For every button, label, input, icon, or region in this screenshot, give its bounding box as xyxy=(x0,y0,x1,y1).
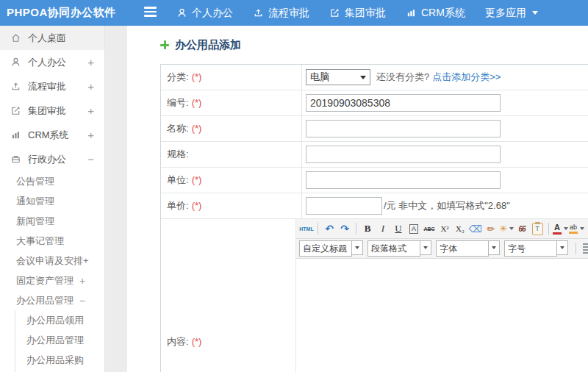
price-input[interactable] xyxy=(306,197,382,215)
sidebar-item-notice-mgmt[interactable]: 通知管理 xyxy=(0,191,104,211)
undo-button[interactable]: ↶ xyxy=(322,221,337,236)
user-icon xyxy=(10,57,21,68)
caret-down-icon xyxy=(489,240,500,255)
price-label: 单价:(*) xyxy=(161,199,301,212)
editor-content-area[interactable] xyxy=(296,259,588,372)
sidebar: 个人桌面 个人办公 + 流程审批 + 集团审批 + CRM系统 + xyxy=(0,26,105,372)
category-select-value: 电脑 xyxy=(310,71,329,84)
page-title: 办公用品添加 xyxy=(175,38,241,52)
nav-label: 集团审批 xyxy=(345,7,386,20)
bold-button[interactable]: B xyxy=(360,221,375,236)
eraser-button[interactable]: ⌫ xyxy=(468,221,483,236)
caret-down-icon xyxy=(509,227,514,230)
caret-down-icon xyxy=(564,227,568,230)
format-painter-icon: ✳ xyxy=(499,223,506,234)
spec-input[interactable] xyxy=(306,146,501,163)
caret-down-icon xyxy=(557,240,568,255)
char-border-button[interactable]: A xyxy=(406,221,421,236)
paste-text-button[interactable]: T xyxy=(530,221,545,236)
topbar: PHPOA协同办公软件 个人办公 流程审批 集团审批 CRM系统 更多应用 xyxy=(0,0,588,26)
custom-heading-dropdown[interactable]: 自定义标题 xyxy=(299,240,363,257)
nav-group-approval[interactable]: 集团审批 xyxy=(329,7,386,20)
collapse-minus-icon[interactable]: − xyxy=(87,153,94,165)
strikethrough-button[interactable]: ABC xyxy=(422,221,437,236)
caret-down-icon xyxy=(420,240,431,255)
name-input[interactable] xyxy=(306,120,501,137)
format-painter-button[interactable]: ✳ xyxy=(499,221,514,236)
sidebar-item-personal-office[interactable]: 个人办公 + xyxy=(0,50,104,74)
chart-icon xyxy=(406,7,417,18)
nav-more-apps[interactable]: 更多应用 xyxy=(485,7,538,20)
sidebar-item-meeting-mgmt[interactable]: 会议申请及安排+ xyxy=(0,251,104,271)
sidebar-item-label: 通知管理 xyxy=(16,195,54,208)
sidebar-item-admin-office[interactable]: 行政办公 − xyxy=(0,147,104,171)
sidebar-item-label: 个人办公 xyxy=(28,56,66,69)
expand-plus-icon[interactable]: + xyxy=(87,104,94,117)
underline-button[interactable]: U xyxy=(391,221,406,236)
nav-label: CRM系统 xyxy=(421,7,465,20)
sidebar-item-office-supplies-mgmt[interactable]: 办公用品管理 − xyxy=(0,290,104,310)
sidebar-submenu: 办公用品领用 办公用品管理 办公用品采购 xyxy=(15,310,104,372)
category-select[interactable]: 电脑 xyxy=(306,69,370,85)
sidebar-item-supplies-manage[interactable]: 办公用品管理 xyxy=(15,330,104,350)
sidebar-item-label: 会议申请及安排+ xyxy=(16,254,89,268)
required-mark: (*) xyxy=(192,174,202,185)
sidebar-item-crm-system[interactable]: CRM系统 + xyxy=(0,123,104,147)
required-mark: (*) xyxy=(192,336,202,347)
clean-format-button[interactable]: ✏ xyxy=(484,221,498,236)
add-category-link[interactable]: 点击添加分类>> xyxy=(432,71,501,84)
number-input[interactable] xyxy=(306,94,501,112)
sidebar-item-label: 办公用品采购 xyxy=(26,354,84,367)
sidebar-item-news-mgmt[interactable]: 新闻管理 xyxy=(0,211,104,231)
expand-plus-icon[interactable]: + xyxy=(87,80,94,93)
sidebar-item-label: CRM系统 xyxy=(28,129,69,142)
superscript-button[interactable]: X² xyxy=(437,221,452,236)
flow-icon xyxy=(253,7,264,18)
app-logo: PHPOA协同办公软件 xyxy=(7,6,116,20)
collapse-minus-icon[interactable]: − xyxy=(79,295,85,307)
nav-workflow-approval[interactable]: 流程审批 xyxy=(253,7,309,20)
sidebar-item-personal-desktop[interactable]: 个人桌面 xyxy=(0,26,104,50)
add-plus-icon xyxy=(160,40,169,49)
html-source-button[interactable]: HTML xyxy=(299,221,314,236)
redo-button[interactable]: ↷ xyxy=(337,221,352,236)
subscript-button[interactable]: X₂ xyxy=(453,221,467,236)
nav-personal-office[interactable]: 个人办公 xyxy=(176,7,233,20)
briefcase-icon xyxy=(10,154,21,165)
font-family-dropdown[interactable]: 字体 xyxy=(436,240,500,257)
supplies-add-form: 分类:(*) 电脑 还没有分类? 点击添加分类>> 编号:(*) xyxy=(160,64,588,372)
hamburger-menu-icon[interactable] xyxy=(144,7,157,19)
sidebar-item-supplies-claim[interactable]: 办公用品领用 xyxy=(15,310,104,330)
expand-plus-icon[interactable]: + xyxy=(87,129,94,141)
main-content: 办公用品添加 分类:(*) 电脑 还没有分类? 点击添加分类>> xyxy=(127,26,588,372)
sidebar-item-group-approval[interactable]: 集团审批 + xyxy=(0,99,104,123)
sidebar-item-announcement-mgmt[interactable]: 公告管理 xyxy=(0,171,104,191)
font-size-dropdown[interactable]: 字号 xyxy=(504,240,568,257)
paragraph-format-dropdown[interactable]: 段落格式 xyxy=(368,240,431,257)
nav-crm-system[interactable]: CRM系统 xyxy=(406,7,465,20)
sidebar-item-workflow-approval[interactable]: 流程审批 + xyxy=(0,74,104,99)
toolbar-separator xyxy=(548,223,549,235)
clipboard-icon: T xyxy=(532,223,543,235)
unit-input[interactable] xyxy=(306,171,501,189)
align-left-button[interactable] xyxy=(580,241,588,256)
nav-label: 流程审批 xyxy=(268,7,309,20)
required-mark: (*) xyxy=(192,71,202,82)
sidebar-item-label: 办公用品管理 xyxy=(26,334,84,347)
italic-button[interactable]: I xyxy=(376,221,390,236)
form-row-name: 名称:(*) xyxy=(161,116,588,142)
spec-label: 规格: xyxy=(161,148,301,161)
sidebar-item-supplies-purchase[interactable]: 办公用品采购 xyxy=(15,350,104,370)
expand-plus-icon[interactable]: + xyxy=(87,56,94,68)
sidebar-item-events-mgmt[interactable]: 大事记管理 xyxy=(0,231,104,251)
toolbar-separator xyxy=(356,223,356,235)
highlight-button[interactable]: ab xyxy=(569,221,584,236)
app-window: PHPOA协同办公软件 个人办公 流程审批 集团审批 CRM系统 更多应用 xyxy=(0,0,588,372)
sidebar-item-fixed-assets-mgmt[interactable]: 固定资产管理 + xyxy=(0,271,104,290)
number-label: 编号:(*) xyxy=(161,96,301,110)
font-color-button[interactable]: A xyxy=(553,221,568,236)
blockquote-button[interactable]: 66 xyxy=(514,221,529,236)
caret-down-icon xyxy=(580,227,584,230)
form-row-category: 分类:(*) 电脑 还没有分类? 点击添加分类>> xyxy=(161,65,588,90)
expand-plus-icon[interactable]: + xyxy=(79,275,85,287)
